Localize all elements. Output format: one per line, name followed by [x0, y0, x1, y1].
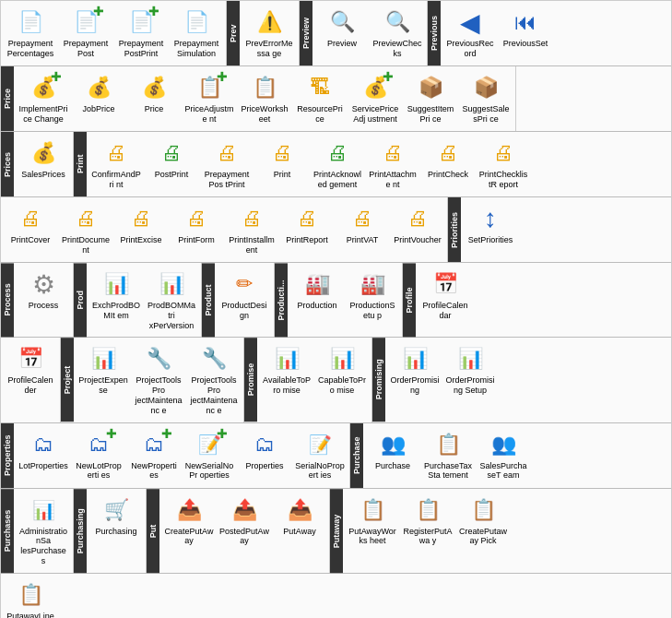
Preview[interactable]: 🔍 Preview	[314, 4, 370, 59]
NewLotProperties[interactable]: 🗂✚ NewLotProperti es	[71, 426, 126, 485]
LotProperties[interactable]: 🗂 LotProperties	[16, 426, 71, 481]
SerialNoProperties[interactable]: 📝 SerialNoPropert ies	[292, 426, 348, 485]
PrepaymentPercentages-label: PrepaymentPercentages	[6, 39, 55, 59]
ExchProdBOMItem-label: ExchProdBOMIt em	[91, 301, 141, 321]
Properties[interactable]: 🗂 Properties	[237, 426, 292, 481]
JobPrice[interactable]: 💰 JobPrice	[71, 69, 126, 125]
CreatePutAway-label: CreatePutAway	[164, 527, 214, 547]
Purchasing-label: Purchasing	[95, 527, 136, 537]
PrintDocument-icon: 🖨	[71, 204, 100, 233]
ProfileCalendar[interactable]: 📅 ProfileCalendar	[418, 266, 473, 325]
ExchProdBOMItem[interactable]: 📊 ExchProdBOMIt em	[88, 266, 144, 325]
ProjectExpense-label: ProjectExpense	[78, 375, 128, 396]
group-purchasing: Purchasing 🛒 Purchasing	[74, 489, 147, 573]
PrintVAT[interactable]: 🖨 PrintVAT	[335, 200, 390, 256]
group-profile: Profile 📅 ProfileCalendar	[403, 263, 475, 337]
OrderPromising[interactable]: 📊 OrderPromising	[387, 340, 442, 399]
PreviousSet[interactable]: ⏮ PreviousSet	[498, 4, 553, 59]
PrevErrorMessage[interactable]: ⚠️ PrevErrorMessa ge	[242, 4, 297, 63]
group-preview-label: Preview	[300, 1, 312, 65]
NewSerialNoProperties[interactable]: 📝✚ NewSerialNoPr operties	[182, 426, 237, 485]
PrintVoucher-icon: 🖨	[403, 204, 432, 233]
Preview-icon: 🔍	[327, 7, 357, 37]
ConfirmAndPrint-label: ConfirmAndPri nt	[91, 170, 141, 190]
PrepaymentPost[interactable]: 📄✚ PrepaymentPost	[58, 4, 113, 63]
Production[interactable]: 🏭 Production	[289, 266, 345, 321]
ProjectToolsProMaint2[interactable]: 🔧 ProjectToolsPro jectMaintenanc e	[186, 340, 242, 419]
group-project-label: Project	[61, 338, 74, 422]
ResourcePrice[interactable]: 🏗 ResourcePrice	[292, 69, 348, 128]
PrepaymentPostPrint[interactable]: 📄✚ PrepaymentPostPrint	[113, 4, 169, 63]
Purchasing[interactable]: 🛒 Purchasing	[88, 492, 144, 547]
ServicePriceAdjustment-label: ServicePriceAdj ustment	[350, 104, 400, 125]
AdministrationSalesPurchases[interactable]: 📊 AdministrationSa lesPurchases	[16, 492, 71, 570]
PrintAcknowledgement-label: PrintAcknowled gement	[312, 170, 362, 190]
AvailableToPromise[interactable]: 📊 AvailableToPro mise	[259, 340, 314, 399]
SuggestSalesPrice[interactable]: 📦 SuggestSalesPri ce	[458, 69, 513, 128]
group-purchase-label: Purchase	[350, 423, 363, 488]
CreatePutawayPick[interactable]: 📋 CreatePutaway Pick	[455, 492, 511, 551]
PrintReport-icon: 🖨	[292, 204, 322, 233]
PutAwayWorksheet[interactable]: 📋 PutAwayWorks heet	[345, 492, 400, 551]
Production-label: Production	[297, 301, 336, 311]
ConfirmAndPrint[interactable]: 🖨 ConfirmAndPri nt	[88, 135, 144, 194]
PrintBtn[interactable]: 🖨 Print	[254, 135, 310, 190]
PrepaymentPercentages[interactable]: 📄 PrepaymentPercentages	[3, 4, 58, 63]
SetPriorities[interactable]: ↕ SetPriorities	[463, 200, 518, 256]
ribbon-row-purchases: Purchases 📊 AdministrationSa lesPurchase…	[1, 489, 671, 574]
PrepaymentSimulation[interactable]: 📄 PrepaymentSimulation	[169, 4, 224, 63]
PrintAttachment[interactable]: 🖨 PrintAttachme nt	[365, 135, 420, 194]
PrintCover[interactable]: 🖨 PrintCover	[3, 200, 58, 256]
ribbon-row-price: Price 💰✚ ImplementPrice Change 💰 JobPric…	[1, 66, 671, 132]
PrintCheck[interactable]: 🖨 PrintCheck	[420, 135, 476, 190]
SerialNoProperties-label: SerialNoPropert ies	[295, 461, 345, 481]
PrintReport[interactable]: 🖨 PrintReport	[279, 200, 335, 256]
ServicePriceAdjustment[interactable]: 💰✚ ServicePriceAdj ustment	[348, 69, 403, 128]
SalesPrices[interactable]: 💰 SalesPrices	[16, 135, 71, 190]
ProdBOMMatrixPerVersion-icon: 📊	[157, 269, 186, 299]
CreatePutAway[interactable]: 📤 CreatePutAway	[161, 492, 217, 551]
ProfileCalender[interactable]: 📅 ProfileCalender	[3, 340, 58, 399]
PrintDocument[interactable]: 🖨 PrintDocument	[58, 200, 113, 259]
ribbon-row-project: 📅 ProfileCalender Project 📊 ProjectExpen…	[1, 338, 671, 422]
PrintVoucher[interactable]: 🖨 PrintVoucher	[390, 200, 445, 256]
PrintInstallment-label: PrintInstallment	[227, 235, 277, 256]
PostPrint[interactable]: 🖨 PostPrint	[144, 135, 199, 190]
SalesPurchaseTeam[interactable]: 👥 SalesPurchaseT eam	[476, 426, 531, 485]
PurchaseTaxStatement[interactable]: 📋 PurchaseTaxSta tement	[420, 426, 476, 485]
ProductDesign[interactable]: ✏ ProductDesign	[217, 266, 272, 325]
PrintCover-icon: 🖨	[16, 204, 45, 233]
PrintChecklistReport[interactable]: 🖨 PrintChecklistR eport	[476, 135, 531, 194]
ProductionSetup[interactable]: 🏭 ProductionSetu p	[345, 266, 400, 325]
PutawayLines[interactable]: 📋 PutawayLines	[3, 576, 58, 618]
Process[interactable]: ⚙ Process	[16, 266, 71, 321]
SuggestItemPrice[interactable]: 📦 SuggestItemPri ce	[403, 69, 458, 128]
PrepaymentPosTrint[interactable]: 🖨 PrepaymentPos tPrint	[199, 135, 254, 194]
SalesPrices-icon: 💰	[29, 138, 58, 168]
PrintForm[interactable]: 🖨 PrintForm	[169, 200, 224, 256]
RegisterPutAway-label: RegisterPutAwa y	[403, 527, 453, 547]
RegisterPutAway[interactable]: 📋 RegisterPutAwa y	[400, 492, 455, 551]
PreviousRecord[interactable]: ◀ PreviousRecord	[442, 4, 498, 63]
ImplementPriceChange[interactable]: 💰✚ ImplementPrice Change	[16, 69, 71, 128]
PriceWorksheet[interactable]: 📋 PriceWorksheet	[237, 69, 292, 128]
ProjectToolsProMaint1[interactable]: 🔧 ProjectToolsPro jectMaintenanc e	[131, 340, 186, 419]
PrintAcknowledgement[interactable]: 🖨 PrintAcknowled gement	[310, 135, 365, 194]
PutAway[interactable]: 📤 PutAway	[272, 492, 327, 547]
Price[interactable]: 💰 Price	[126, 69, 182, 125]
Purchase[interactable]: 👥 Purchase	[365, 426, 420, 481]
ProdBOMMatrixPerVersion[interactable]: 📊 ProdBOMMatri xPerVersion	[144, 266, 199, 334]
CapableToPromise[interactable]: 📊 CapableToPro mise	[314, 340, 370, 399]
PrintForm-label: PrintForm	[178, 235, 215, 245]
SerialNoProperties-icon: 📝	[305, 430, 335, 459]
PriceAdjustment[interactable]: 📋✚ PriceAdjustme nt	[182, 69, 237, 128]
PreviewChecks[interactable]: 🔍 PreviewChecks	[370, 4, 425, 63]
ProjectExpense[interactable]: 📊 ProjectExpense	[76, 340, 131, 399]
PreviousSet-label: PreviousSet	[503, 39, 548, 49]
PrintExcise[interactable]: 🖨 PrintExcise	[113, 200, 169, 256]
PostedPutAway[interactable]: 📤 PostedPutAway	[217, 492, 272, 551]
NewLotProperties-icon: 🗂✚	[84, 430, 113, 459]
NewProperties[interactable]: 🗂✚ NewProperties	[126, 426, 182, 485]
PrintInstallment[interactable]: 🖨 PrintInstallment	[224, 200, 279, 259]
OrderPromisingSetup[interactable]: 📊 OrderPromising Setup	[442, 340, 498, 399]
